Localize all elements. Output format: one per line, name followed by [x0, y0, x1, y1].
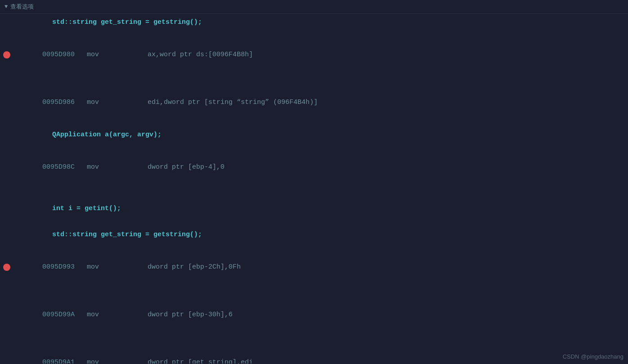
line-content-7: int i = getint(); [13, 201, 628, 216]
line-2: 0095D980 mov ax,word ptr ds:[0096F4B8h] [0, 31, 628, 79]
code-view: std::string get_string = getstring(); 00… [0, 14, 628, 364]
line-content-4: QApplication a(argc, argv); [13, 127, 628, 143]
line-content-10: 0095D993 mov dword ptr [ebp-2Ch],0Fh [13, 244, 628, 290]
line-blank-1 [0, 191, 628, 200]
line-12: 0095D9A1 mov dword ptr [get_string],edi [0, 339, 628, 364]
line-content-11: 0095D99A mov dword ptr [ebp-30h],6 [13, 292, 628, 338]
watermark: CSDN @pingdaozhang [563, 353, 624, 360]
line-content-3: 0095D986 mov edi,dword ptr [string “stri… [13, 80, 628, 126]
line-content-9: std::string get_string = getstring(); [13, 227, 628, 243]
line-content-12: 0095D9A1 mov dword ptr [get_string],edi [13, 340, 628, 364]
line-content-1: std::string get_string = getstring(); [13, 15, 628, 30]
line-blank-2 [0, 217, 628, 226]
line-content-2: 0095D980 mov ax,word ptr ds:[0096F4B8h] [13, 32, 628, 78]
gutter-2 [0, 51, 13, 58]
line-7: int i = getint(); [0, 200, 628, 217]
line-11: 0095D99A mov dword ptr [ebp-30h],6 [0, 291, 628, 339]
gutter-10 [0, 264, 13, 271]
top-bar: ▼ 查看选项 [0, 0, 628, 14]
line-5: 0095D98C mov dword ptr [ebp-4],0 [0, 144, 628, 191]
line-9: std::string get_string = getstring(); [0, 226, 628, 243]
line-10: 0095D993 mov dword ptr [ebp-2Ch],0Fh [0, 243, 628, 291]
view-options-label[interactable]: 查看选项 [10, 3, 34, 11]
line-4: QApplication a(argc, argv); [0, 126, 628, 144]
breakpoint-1[interactable] [3, 51, 10, 58]
line-3: 0095D986 mov edi,dword ptr [string “stri… [0, 79, 628, 126]
dropdown-arrow-icon[interactable]: ▼ [4, 4, 8, 10]
breakpoint-2[interactable] [3, 264, 10, 271]
line-content-5: 0095D98C mov dword ptr [ebp-4],0 [13, 144, 628, 190]
line-1: std::string get_string = getstring(); [0, 14, 628, 31]
